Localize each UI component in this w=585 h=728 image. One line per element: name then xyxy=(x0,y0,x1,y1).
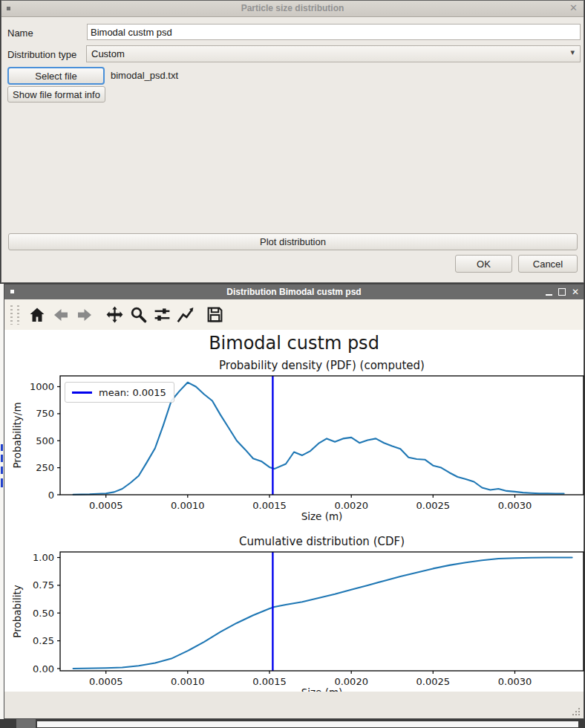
svg-text:Probability: Probability xyxy=(11,585,23,637)
occluded-background-text xyxy=(1,478,3,487)
background-window-strip xyxy=(37,721,578,727)
distribution-plot-window: Distribution Bimodal custm psd ✕ xyxy=(4,284,584,719)
svg-text:1.00: 1.00 xyxy=(33,552,54,563)
svg-text:0.0030: 0.0030 xyxy=(498,676,532,687)
home-icon xyxy=(28,306,46,324)
dialog-titlebar[interactable]: Particle size distribution ✕ xyxy=(1,1,584,17)
back-icon xyxy=(52,306,70,324)
toolbar-grip xyxy=(17,305,19,325)
svg-text:0.0020: 0.0020 xyxy=(334,500,368,511)
svg-text:0.0020: 0.0020 xyxy=(334,676,368,687)
plot-statusbar xyxy=(4,692,584,718)
figure-title: Bimodal custm psd xyxy=(4,333,584,354)
svg-text:0.0025: 0.0025 xyxy=(416,676,451,687)
chevron-down-icon: ▾ xyxy=(570,48,575,57)
distribution-type-label: Distribution type xyxy=(7,49,76,60)
customize-plot-icon xyxy=(176,305,195,325)
screen: Particle size distribution ✕ Name Distri… xyxy=(0,0,585,728)
psd-dialog-window: Particle size distribution ✕ Name Distri… xyxy=(1,0,584,283)
zoom-icon xyxy=(129,305,148,324)
name-label: Name xyxy=(7,27,33,39)
svg-text:Cumulative distribution (CDF): Cumulative distribution (CDF) xyxy=(239,535,405,548)
pan-icon xyxy=(105,305,124,324)
legend-label: mean: 0.0015 xyxy=(99,387,166,398)
save-icon xyxy=(206,305,224,324)
name-input[interactable] xyxy=(87,24,581,40)
forward-button[interactable] xyxy=(73,304,96,326)
ok-button[interactable]: OK xyxy=(455,255,512,273)
svg-text:0.0025: 0.0025 xyxy=(416,500,451,511)
sliders-icon xyxy=(153,305,171,324)
plot-distribution-button[interactable]: Plot distribution xyxy=(8,233,578,250)
plot-window-title: Distribution Bimodal custm psd xyxy=(4,287,584,297)
plot-toolbar xyxy=(4,299,584,330)
pan-button[interactable] xyxy=(103,304,125,326)
svg-text:1000: 1000 xyxy=(30,381,54,392)
svg-text:0.0015: 0.0015 xyxy=(252,676,287,687)
resize-grip[interactable] xyxy=(572,707,581,716)
select-file-button[interactable]: Select file xyxy=(7,67,105,85)
zoom-button[interactable] xyxy=(127,304,149,326)
svg-text:0.0010: 0.0010 xyxy=(171,676,205,687)
toolbar-grip[interactable] xyxy=(10,305,13,325)
home-button[interactable] xyxy=(26,304,48,326)
svg-text:0.25: 0.25 xyxy=(33,635,54,646)
background-window-bottom xyxy=(0,719,585,728)
svg-text:500: 500 xyxy=(36,435,54,446)
close-icon[interactable]: ✕ xyxy=(572,287,579,296)
back-button[interactable] xyxy=(50,304,72,326)
distribution-type-value: Custom xyxy=(91,48,125,59)
distribution-type-select[interactable]: Custom ▾ xyxy=(86,45,581,62)
dialog-title: Particle size distribution xyxy=(1,3,584,13)
svg-text:0.0015: 0.0015 xyxy=(252,500,287,511)
configure-subplots-button[interactable] xyxy=(151,304,173,326)
svg-text:0.00: 0.00 xyxy=(33,663,54,675)
minimize-icon[interactable] xyxy=(546,294,552,296)
svg-text:0.0030: 0.0030 xyxy=(498,500,532,511)
close-icon[interactable]: ✕ xyxy=(569,2,578,13)
svg-text:Size (m): Size (m) xyxy=(301,510,343,522)
svg-text:Probability/m: Probability/m xyxy=(11,402,23,468)
save-button[interactable] xyxy=(203,304,226,326)
figure-canvas[interactable]: Bimodal custm psd Probability density (P… xyxy=(4,330,584,693)
svg-text:0.75: 0.75 xyxy=(33,579,54,591)
svg-text:0.0005: 0.0005 xyxy=(89,500,123,511)
cancel-button[interactable]: Cancel xyxy=(518,255,578,273)
cdf-chart[interactable]: Cumulative distribution (CDF)0.00050.001… xyxy=(4,533,585,701)
pdf-legend: mean: 0.0015 xyxy=(65,382,174,403)
svg-text:250: 250 xyxy=(36,462,54,473)
customize-plot-button[interactable] xyxy=(174,304,197,326)
show-file-format-info-button[interactable]: Show file format info xyxy=(7,86,105,103)
occluded-background-text xyxy=(1,467,3,474)
selected-file-name: bimodal_psd.txt xyxy=(111,70,178,81)
occluded-background-text xyxy=(1,455,3,462)
svg-text:0: 0 xyxy=(48,490,54,501)
plot-window-titlebar[interactable]: Distribution Bimodal custm psd ✕ xyxy=(4,285,584,299)
background-window-segment xyxy=(16,719,36,728)
maximize-icon[interactable] xyxy=(558,288,566,296)
svg-text:0.0010: 0.0010 xyxy=(171,500,205,511)
svg-text:750: 750 xyxy=(36,408,54,419)
mean-line-swatch xyxy=(72,391,92,394)
occluded-background-text xyxy=(1,444,3,451)
svg-text:Probability density (PDF) (com: Probability density (PDF) (computed) xyxy=(219,359,425,372)
svg-text:0.0005: 0.0005 xyxy=(89,676,123,687)
svg-text:0.50: 0.50 xyxy=(33,608,54,619)
forward-icon xyxy=(76,306,94,324)
